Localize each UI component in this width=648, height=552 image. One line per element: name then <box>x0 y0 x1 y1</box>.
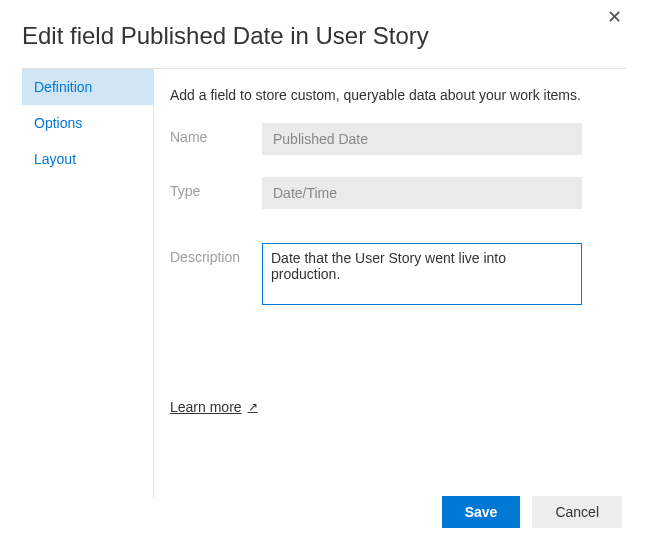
learn-more-label: Learn more <box>170 399 242 415</box>
close-icon[interactable]: ✕ <box>607 6 622 28</box>
cancel-button[interactable]: Cancel <box>532 496 622 528</box>
field-row-description: Description <box>170 243 616 309</box>
dialog-footer: Save Cancel <box>442 496 622 528</box>
description-input[interactable] <box>262 243 582 305</box>
description-label: Description <box>170 243 262 265</box>
sidebar-item-options[interactable]: Options <box>22 105 153 141</box>
edit-field-dialog: ✕ Edit field Published Date in User Stor… <box>0 0 648 519</box>
sidebar-item-layout[interactable]: Layout <box>22 141 153 177</box>
field-row-name: Name <box>170 123 616 155</box>
name-label: Name <box>170 123 262 145</box>
pane-intro: Add a field to store custom, queryable d… <box>170 87 616 103</box>
dialog-title: Edit field Published Date in User Story <box>22 22 626 50</box>
type-label: Type <box>170 177 262 199</box>
sidebar-item-definition[interactable]: Definition <box>22 69 153 105</box>
type-input <box>262 177 582 209</box>
external-link-icon: ↗ <box>248 400 258 414</box>
save-button[interactable]: Save <box>442 496 521 528</box>
name-input <box>262 123 582 155</box>
field-row-type: Type <box>170 177 616 209</box>
learn-more-link[interactable]: Learn more ↗ <box>170 399 258 415</box>
dialog-body: Definition Options Layout Add a field to… <box>22 69 626 499</box>
sidebar: Definition Options Layout <box>22 69 154 499</box>
definition-pane: Add a field to store custom, queryable d… <box>154 69 626 499</box>
